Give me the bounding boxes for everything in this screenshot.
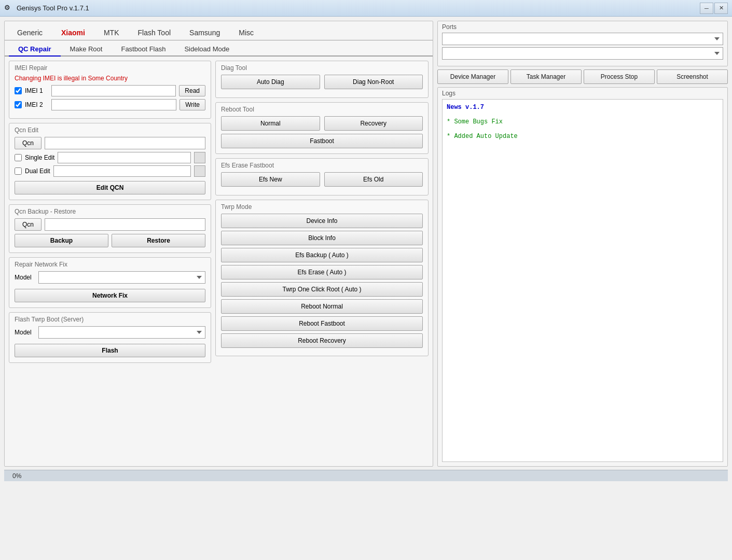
diag-buttons-row: Auto Diag Diag Non-Root [221, 75, 423, 89]
logs-label: Logs [442, 90, 723, 97]
imei1-read-button[interactable]: Read [179, 85, 205, 96]
ports-section: Ports [437, 21, 728, 66]
title-bar: ⚙ Genisys Tool Pro v.1.7.1 ─ ✕ [0, 0, 732, 17]
flash-twrp-group: Flash Twrp Boot (Server) Model Flash [9, 312, 211, 363]
qcn-edit-group: Qcn Edit Qcn Single Edit [9, 123, 211, 200]
diag-non-root-button[interactable]: Diag Non-Root [324, 75, 423, 89]
qcn-backup-group: Qcn Backup - Restore Qcn Backup Restore [9, 204, 211, 253]
imei2-label: IMEI 2 [25, 101, 48, 108]
tab-mtk[interactable]: MTK [95, 25, 128, 40]
ports-label: Ports [442, 23, 723, 31]
sub-tab-qcrepair[interactable]: QC Repair [9, 43, 61, 57]
port-dropdown-1[interactable] [442, 33, 723, 45]
tab-xiaomi[interactable]: Xiaomi [53, 25, 93, 40]
efs-erase-auto-button[interactable]: Efs Erase ( Auto ) [221, 265, 423, 279]
main-window: Generic Xiaomi MTK Flash Tool Samsung Mi… [0, 17, 732, 560]
diag-tool-group: Diag Tool Auto Diag Diag Non-Root [215, 61, 429, 98]
device-manager-button[interactable]: Device Manager [437, 69, 508, 84]
backup-button[interactable]: Backup [15, 234, 108, 247]
repair-network-model-select[interactable] [38, 271, 205, 284]
reboot-normal-recovery-row: Normal Recovery [221, 116, 423, 131]
twrp-one-click-root-button[interactable]: Twrp One Click Root ( Auto ) [221, 282, 423, 297]
imei2-input[interactable] [51, 99, 176, 110]
left-panel: Generic Xiaomi MTK Flash Tool Samsung Mi… [4, 21, 433, 467]
imei1-input[interactable] [51, 85, 176, 96]
qcn-edit-title: Qcn Edit [15, 127, 205, 134]
repair-network-title: Repair Network Fix [15, 261, 205, 268]
dual-edit-label: Dual Edit [25, 167, 50, 175]
tab-generic[interactable]: Generic [9, 25, 51, 40]
dual-edit-checkbox[interactable] [15, 167, 22, 175]
twrp-mode-title: Twrp Mode [221, 203, 423, 211]
port-dropdown-2[interactable] [442, 47, 723, 60]
restore-button[interactable]: Restore [112, 234, 205, 247]
reboot-normal-button[interactable]: Reboot Normal [221, 299, 423, 314]
diag-tool-title: Diag Tool [221, 64, 423, 72]
top-area: Generic Xiaomi MTK Flash Tool Samsung Mi… [4, 21, 728, 467]
efs-new-button[interactable]: Efs New [221, 172, 320, 187]
action-buttons-row: Device Manager Task Manager Process Stop… [437, 69, 728, 84]
dual-edit-input[interactable] [53, 165, 191, 177]
repair-network-model-label: Model [15, 274, 34, 281]
fastboot-reboot-button[interactable]: Fastboot [221, 134, 423, 148]
efs-fastboot-title: Efs Erase Fastboot [221, 162, 423, 169]
block-info-button[interactable]: Block Info [221, 231, 423, 245]
imei-warning: Changing IMEI is illegal in Some Country [15, 75, 205, 82]
qcn-backup-qcn-button[interactable]: Qcn [15, 218, 42, 231]
screenshot-button[interactable]: Screenshot [657, 69, 728, 84]
flash-twrp-model-select[interactable] [38, 326, 205, 339]
dual-edit-color-button[interactable] [194, 165, 205, 177]
progress-label: 0% [12, 472, 21, 480]
qcn-edit-input[interactable] [45, 137, 205, 149]
process-stop-button[interactable]: Process Stop [584, 69, 655, 84]
reboot-tool-group: Reboot Tool Normal Recovery Fastboot [215, 102, 429, 154]
imei-repair-group: IMEI Repair Changing IMEI is illegal in … [9, 61, 211, 119]
qcn-backup-row: Qcn [15, 218, 205, 231]
sub-tabs: QC Repair Make Root Fastboot Flash Sidel… [5, 40, 433, 57]
efs-backup-auto-button[interactable]: Efs Backup ( Auto ) [221, 248, 423, 262]
logs-section: Logs News v.1.7 * Some Bugs Fix * Added … [437, 87, 728, 467]
log-line-2: * Some Bugs Fix [447, 118, 719, 125]
tab-samsung[interactable]: Samsung [181, 25, 228, 40]
backup-restore-buttons: Backup Restore [15, 234, 205, 247]
flash-button[interactable]: Flash [15, 344, 205, 357]
efs-buttons-row: Efs New Efs Old [221, 172, 423, 187]
reboot-recovery-button[interactable]: Reboot Recovery [221, 333, 423, 348]
normal-button[interactable]: Normal [221, 116, 320, 131]
auto-diag-button[interactable]: Auto Diag [221, 75, 320, 89]
title-bar-text: Genisys Tool Pro v.1.7.1 [17, 4, 89, 12]
log-line-3: * Added Auto Update [447, 133, 719, 140]
sub-tab-fastbootflash[interactable]: Fastboot Flash [112, 43, 175, 55]
network-fix-button[interactable]: Network Fix [15, 289, 205, 302]
device-info-button[interactable]: Device Info [221, 214, 423, 228]
reboot-fastboot-button[interactable]: Reboot Fastboot [221, 316, 423, 331]
reboot-tool-title: Reboot Tool [221, 106, 423, 113]
qcn-backup-path-input[interactable] [45, 218, 205, 231]
recovery-button[interactable]: Recovery [324, 116, 423, 131]
task-manager-button[interactable]: Task Manager [510, 69, 582, 84]
left-column: IMEI Repair Changing IMEI is illegal in … [9, 61, 211, 363]
qcn-edit-qcn-button[interactable]: Qcn [15, 137, 42, 149]
progress-bar-area: 0% [4, 470, 728, 481]
single-edit-input[interactable] [58, 152, 191, 163]
imei2-write-button[interactable]: Write [179, 99, 205, 110]
right-panel: Ports Device Manager Task Manager Proces… [437, 21, 728, 467]
repair-network-group: Repair Network Fix Model Network Fix [9, 257, 211, 308]
imei1-checkbox[interactable] [15, 87, 22, 94]
qcn-edit-main-row: Qcn [15, 137, 205, 149]
sub-tab-sideload[interactable]: Sideload Mode [175, 43, 239, 55]
edit-qcn-button[interactable]: Edit QCN [15, 181, 205, 194]
efs-old-button[interactable]: Efs Old [324, 172, 423, 187]
flash-twrp-model-label: Model [15, 329, 34, 336]
tab-misc[interactable]: Misc [230, 25, 262, 40]
imei2-checkbox[interactable] [15, 101, 22, 108]
tab-flashtool[interactable]: Flash Tool [130, 25, 179, 40]
repair-network-model-row: Model [15, 271, 205, 284]
single-edit-checkbox[interactable] [15, 154, 22, 161]
sub-tab-makeroot[interactable]: Make Root [61, 43, 112, 55]
minimize-button[interactable]: ─ [700, 3, 713, 14]
twrp-mode-group: Twrp Mode Device Info Block Info Efs Bac… [215, 200, 429, 356]
single-edit-color-button[interactable] [194, 152, 205, 163]
imei1-label: IMEI 1 [25, 87, 48, 94]
close-button[interactable]: ✕ [714, 3, 728, 14]
